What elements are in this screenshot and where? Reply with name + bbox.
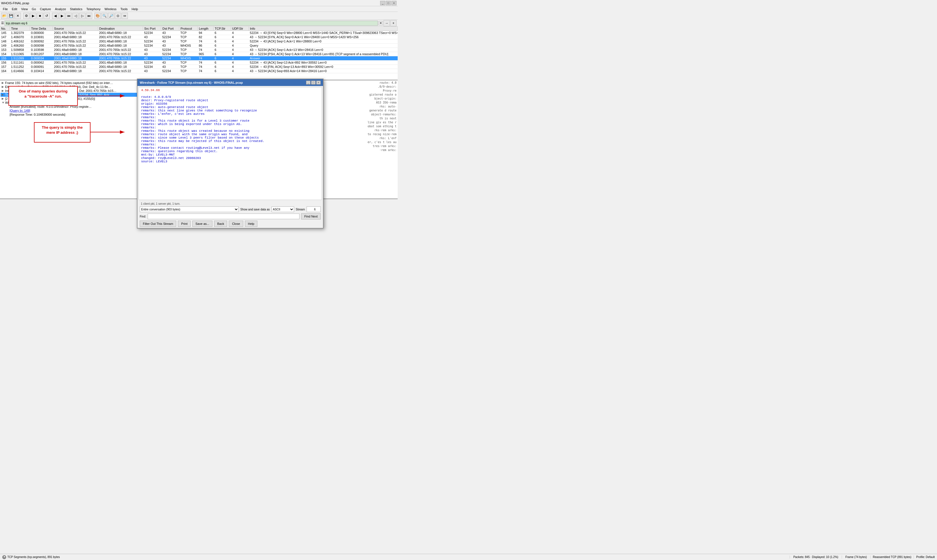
table-row[interactable]: 1641.6146660.1034142001:48a8:6880::18200…	[0, 69, 398, 73]
start-capture-btn[interactable]: ▶	[30, 13, 36, 19]
find-input[interactable]	[148, 214, 300, 219]
expand-icon-5[interactable]: ▶	[2, 97, 5, 100]
expand-icon-4[interactable]: ▶	[2, 93, 5, 96]
hex-ascii: bject·origin:	[374, 97, 397, 101]
table-row[interactable]: 1561.5111610.0000622001:470:765b::b15:22…	[0, 60, 398, 65]
hex-ascii: AS3 356·rema	[376, 101, 397, 105]
back-btn[interactable]: Back	[214, 221, 227, 227]
hex-ascii: route: 4.0	[380, 81, 397, 85]
menu-analyze[interactable]: Analyze	[53, 7, 68, 11]
menu-file[interactable]: File	[1, 7, 9, 11]
expand-icon-6[interactable]: ▼	[2, 101, 5, 104]
nav-back-btn[interactable]: ◀	[52, 13, 58, 19]
dialog-minimize-btn[interactable]: _	[306, 81, 311, 85]
save-as-btn[interactable]: Save as...	[192, 221, 212, 227]
dialog-server-response: route: 4.0.0.0/9 descr: Proxy-registered…	[141, 92, 319, 163]
dialog-maximize-btn[interactable]: □	[311, 81, 315, 85]
zoom-out-btn[interactable]: 🔎	[108, 13, 114, 19]
dialog-close-btn[interactable]: ×	[316, 81, 321, 85]
go-first-btn[interactable]: ⏮	[66, 13, 72, 19]
menu-tools[interactable]: Tools	[119, 7, 129, 11]
print-btn[interactable]: Print	[178, 221, 191, 227]
hex-ascii: Proxy-re	[383, 89, 397, 93]
go-prev-btn[interactable]: ◁	[72, 13, 78, 19]
table-row[interactable]: 1491.4062600.0000982001:470:765b::b15:22…	[0, 43, 398, 48]
hex-ascii: rks·rem arks:	[374, 128, 397, 132]
hex-ascii: obot som ething t	[368, 125, 397, 128]
stop-capture-btn[interactable]: ■	[37, 13, 43, 19]
hex-ascii: ·rem arks:	[380, 148, 397, 152]
hex-ascii: rks: L'enf	[380, 136, 397, 140]
dialog-content: 4.59.34.66 route: 4.0.0.0/9 descr: Proxy…	[138, 87, 322, 200]
coloring-btn[interactable]: 🎨	[94, 13, 101, 19]
menu-help[interactable]: Help	[130, 7, 140, 11]
dialog-action-row: Filter Out This Stream Print Save as... …	[140, 221, 321, 227]
col-len: Length	[198, 26, 214, 31]
filter-bar-icon: ☰	[1, 21, 4, 25]
table-row[interactable]: 1551.5110990.0000342001:48a8:6880::18200…	[0, 56, 398, 60]
expand-icon-3[interactable]: ▶	[2, 89, 5, 92]
save-btn[interactable]: 💾	[8, 13, 14, 19]
resize-cols-btn[interactable]: ⇔	[122, 13, 128, 19]
table-row[interactable]: 1571.5112520.0000912001:470:765b::b15:22…	[0, 65, 398, 69]
filter-clear-btn[interactable]: ✕	[378, 21, 383, 25]
dialog-find-row: Find: Find Next	[140, 213, 321, 220]
packet-list: No. Time Time Delta Source Destination S…	[0, 26, 398, 80]
close-capture-btn[interactable]: ✕	[15, 13, 21, 19]
find-next-btn[interactable]: Find Next	[301, 213, 321, 220]
capture-options-btn[interactable]: ⚙	[23, 13, 29, 19]
dialog-conversation-row: Entire conversation (903 bytes) Show and…	[140, 206, 321, 212]
open-btn[interactable]: 📂	[1, 13, 7, 19]
table-row[interactable]: 1531.5098580.1035982001:48a8:6880::18200…	[0, 48, 398, 52]
menu-edit[interactable]: Edit	[10, 7, 19, 11]
dialog-titlebar: Wireshark · Follow TCP Stream (tcp.strea…	[137, 79, 323, 86]
table-row[interactable]: 1471.4060700.1036912001:48a8:6880::18200…	[0, 35, 398, 39]
filter-out-stream-btn[interactable]: Filter Out This Stream	[140, 221, 176, 227]
menu-telephony[interactable]: Telephony	[85, 7, 102, 11]
expand-icon[interactable]: ▶	[2, 81, 5, 84]
col-dst: Destination	[98, 26, 143, 31]
dialog-title: Wireshark · Follow TCP Stream (tcp.strea…	[140, 81, 243, 84]
col-dport: Dst Port	[161, 26, 179, 31]
table-row[interactable]: 1541.5110650.0012072001:48a8:6880::18200…	[0, 52, 398, 56]
hex-ascii: th is next	[380, 117, 397, 120]
menu-capture[interactable]: Capture	[38, 7, 52, 11]
table-row[interactable]: 1481.4061620.0000922001:470:765b::b15:22…	[0, 39, 398, 43]
hex-ascii: generate d route	[369, 109, 397, 112]
hex-ascii: gistered route o	[369, 93, 397, 97]
dialog-client-query: 4.59.34.66	[141, 89, 319, 92]
col-proto: Protocol	[179, 26, 198, 31]
hex-ascii: line giv es the r	[368, 120, 397, 125]
filter-bookmark-btn[interactable]: +	[390, 20, 397, 26]
encoding-select[interactable]: ASCII	[271, 206, 294, 212]
menu-go[interactable]: Go	[30, 7, 38, 11]
filter-bar: ☰ ✕ → +	[0, 20, 398, 26]
dialog-controls: _ □ ×	[306, 81, 321, 85]
menu-bar: File Edit View Go Capture Analyze Statis…	[0, 6, 398, 12]
col-sport: Src Port	[143, 26, 161, 31]
filter-input[interactable]	[5, 21, 378, 26]
minimize-btn[interactable]: _	[380, 1, 385, 5]
col-time: Time	[10, 26, 30, 31]
menu-wireless[interactable]: Wireless	[103, 7, 118, 11]
go-last-btn[interactable]: ⏭	[86, 13, 92, 19]
conversation-select[interactable]: Entire conversation (903 bytes)	[140, 206, 239, 212]
restart-capture-btn[interactable]: ↺	[43, 13, 50, 19]
table-row[interactable]: 1451.3023790.0000002001:470:765b::b15:22…	[0, 31, 398, 35]
expand-icon-2[interactable]: ▶	[2, 85, 5, 88]
stream-input[interactable]	[306, 206, 321, 212]
menu-view[interactable]: View	[20, 7, 30, 11]
toolbar: 📂 💾 ✕ ⚙ ▶ ■ ↺ ◀ ▶ ⏮ ◁ ▷ ⏭ 🎨 🔍 🔎 ⊙ ⇔	[0, 12, 398, 20]
zoom-reset-btn[interactable]: ⊙	[115, 13, 121, 19]
help-btn[interactable]: Help	[245, 221, 258, 227]
go-next-btn[interactable]: ▷	[79, 13, 85, 19]
col-udpstr: UDP.Str	[231, 26, 249, 31]
close-btn[interactable]: ×	[391, 1, 397, 5]
menu-statistics[interactable]: Statistics	[68, 7, 84, 11]
nav-fwd-btn[interactable]: ▶	[59, 13, 65, 19]
filter-arrow-right[interactable]: →	[383, 20, 390, 26]
zoom-in-btn[interactable]: 🔍	[101, 13, 108, 19]
maximize-btn[interactable]: □	[386, 1, 391, 5]
close-dialog-btn[interactable]: Close	[229, 221, 243, 227]
hex-ascii: .0/9·descr:	[378, 85, 397, 89]
